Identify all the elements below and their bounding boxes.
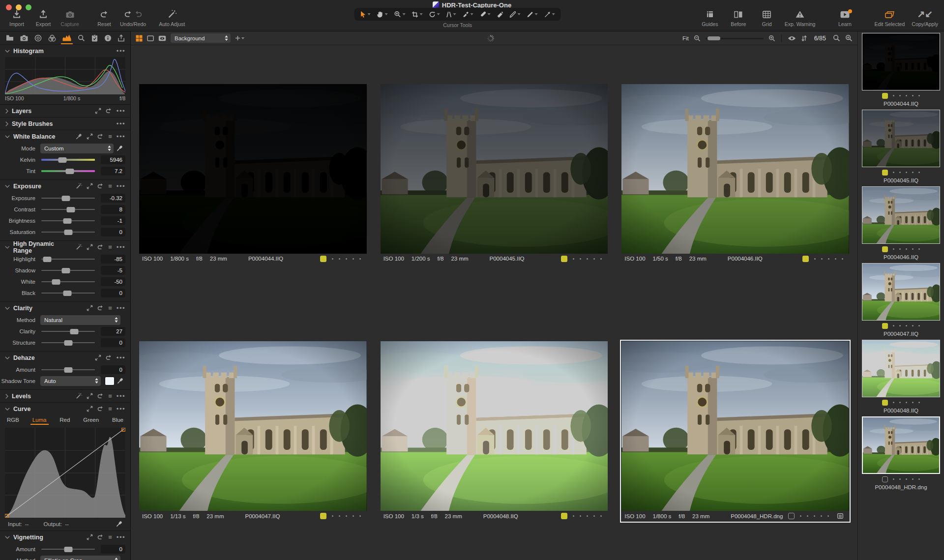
dehaze-amount-value[interactable]: 0 <box>101 365 125 374</box>
collapse-icon[interactable] <box>5 135 10 138</box>
color-tag[interactable] <box>882 246 888 252</box>
photo-p0004048[interactable] <box>381 341 608 511</box>
auto-adjust-icon[interactable] <box>76 183 82 189</box>
structure-value[interactable]: 0 <box>101 338 125 347</box>
shadow-value[interactable]: -5 <box>101 266 125 275</box>
magic-brush-tool[interactable] <box>527 11 538 18</box>
reset-panel-icon[interactable] <box>97 406 104 412</box>
panel-menu-icon[interactable]: ••• <box>117 355 125 360</box>
rotate-tool[interactable] <box>429 11 440 18</box>
thumb-p0004048[interactable] <box>862 340 940 397</box>
reset-panel-icon[interactable] <box>97 183 104 189</box>
crop-tool[interactable] <box>412 11 423 18</box>
black-slider[interactable] <box>40 290 96 296</box>
copy-adjustments-icon[interactable] <box>95 108 101 114</box>
heal-tool[interactable] <box>480 11 491 18</box>
copy-apply-button[interactable]: ↗↙ Copy/Apply <box>912 9 938 27</box>
pick-white-balance-icon[interactable] <box>76 133 82 140</box>
presets-icon[interactable]: ≡ <box>108 392 112 400</box>
select-pointer-tool[interactable] <box>360 11 371 18</box>
reset-panel-icon[interactable] <box>97 534 104 540</box>
clarity-value[interactable]: 27 <box>101 327 125 336</box>
draw-mask-tool[interactable] <box>510 11 521 18</box>
white-slider[interactable] <box>40 278 96 285</box>
thumb-p0004045[interactable] <box>862 110 940 167</box>
export-button[interactable]: Export <box>32 9 54 27</box>
panel-menu-icon[interactable]: ••• <box>117 121 125 126</box>
grid-item-6-selected[interactable]: ISO 1001/800 sf/823 mm P0004048_HDR.dng <box>620 303 851 560</box>
straighten-tool[interactable] <box>446 11 456 18</box>
wb-mode-select[interactable]: Custom <box>40 144 114 153</box>
zoom-out-button[interactable] <box>694 35 701 42</box>
filmstrip-item-5[interactable]: P0004048.IIQ <box>862 340 940 415</box>
white-value[interactable]: -50 <box>101 277 125 286</box>
auto-adjust-icon[interactable] <box>76 393 82 399</box>
color-tag[interactable] <box>320 256 326 262</box>
grid-item-3[interactable]: ISO 1001/50 sf/823 mm P0004046.IIQ <box>620 45 851 303</box>
exposure-slider[interactable] <box>40 195 96 202</box>
tab-capture[interactable] <box>20 31 28 44</box>
clarity-slider[interactable] <box>40 328 96 335</box>
reset-panel-icon[interactable] <box>97 305 104 311</box>
filmstrip-item-2[interactable]: P0004045.IIQ <box>862 110 940 185</box>
collapse-icon[interactable] <box>5 245 10 249</box>
tab-lens[interactable] <box>34 31 42 44</box>
guides-button[interactable]: Guides <box>699 9 721 27</box>
erase-tool[interactable] <box>497 11 503 18</box>
preview-view-button[interactable] <box>158 35 166 41</box>
learn-button[interactable]: Learn <box>834 9 856 27</box>
exposure-warning-button[interactable]: Exp. Warning <box>785 9 816 27</box>
filmstrip-item-1[interactable]: P0004044.IIQ <box>862 33 940 108</box>
color-tag[interactable] <box>802 256 809 262</box>
tint-slider[interactable] <box>40 168 96 175</box>
reset-button[interactable]: Reset <box>93 9 115 27</box>
thumb-p0004044[interactable] <box>862 33 940 90</box>
panel-menu-icon[interactable]: ••• <box>117 306 125 311</box>
contrast-value[interactable]: 8 <box>101 205 125 214</box>
collapse-icon[interactable] <box>5 356 10 359</box>
filmstrip-item-6-selected[interactable]: P0004048_HDR.dng <box>862 416 940 492</box>
tab-library[interactable] <box>6 31 14 44</box>
add-button[interactable] <box>235 35 244 41</box>
presets-icon[interactable]: ≡ <box>108 243 112 251</box>
color-tag[interactable] <box>320 513 326 519</box>
grid-item-4[interactable]: ISO 1001/13 sf/823 mm P0004047.IIQ <box>138 303 368 560</box>
grid-button[interactable]: Grid <box>756 9 778 27</box>
vignetting-method-select[interactable]: Elliptic on Crop <box>40 556 120 560</box>
panel-menu-icon[interactable]: ••• <box>117 49 125 54</box>
shadow-tone-select[interactable]: Auto <box>40 376 101 386</box>
reset-panel-icon[interactable] <box>97 133 104 140</box>
tab-color[interactable] <box>48 31 56 44</box>
collapse-icon[interactable] <box>5 407 10 411</box>
tab-details[interactable] <box>78 31 85 44</box>
presets-icon[interactable]: ≡ <box>108 133 112 140</box>
panel-menu-icon[interactable]: ••• <box>117 535 125 540</box>
panel-menu-icon[interactable]: ••• <box>117 394 125 399</box>
edit-selected-toggle[interactable]: Edit Selected <box>874 9 905 27</box>
color-tag[interactable] <box>882 93 888 99</box>
reset-panel-icon[interactable] <box>106 354 112 361</box>
color-tag-empty[interactable] <box>882 476 888 482</box>
thumb-p0004046[interactable] <box>862 186 940 244</box>
sort-button[interactable] <box>801 35 807 42</box>
tab-adjustments[interactable] <box>62 31 71 44</box>
auto-adjust-button[interactable]: Auto Adjust <box>159 9 185 27</box>
background-select[interactable]: Background <box>171 33 231 43</box>
spot-removal-tool[interactable] <box>463 11 473 18</box>
single-view-button[interactable] <box>147 35 154 41</box>
thumb-p0004047[interactable] <box>862 263 940 321</box>
color-tag[interactable] <box>561 513 567 519</box>
capture-button[interactable]: Capture <box>59 9 81 27</box>
presets-icon[interactable]: ≡ <box>108 533 112 541</box>
presets-icon[interactable]: ≡ <box>108 182 112 190</box>
copy-adjustments-icon[interactable] <box>87 133 93 140</box>
clarity-method-select[interactable]: Natural <box>40 315 120 325</box>
black-value[interactable]: 0 <box>101 289 125 297</box>
auto-adjust-icon[interactable] <box>76 244 82 250</box>
proof-button[interactable] <box>788 35 796 41</box>
shadow-slider[interactable] <box>40 267 96 274</box>
color-tag-empty[interactable] <box>788 513 795 519</box>
grid-item-5[interactable]: ISO 1001/3 sf/823 mm P0004048.IIQ <box>379 303 610 560</box>
collapse-icon[interactable] <box>5 184 10 188</box>
search-button[interactable] <box>833 34 840 42</box>
